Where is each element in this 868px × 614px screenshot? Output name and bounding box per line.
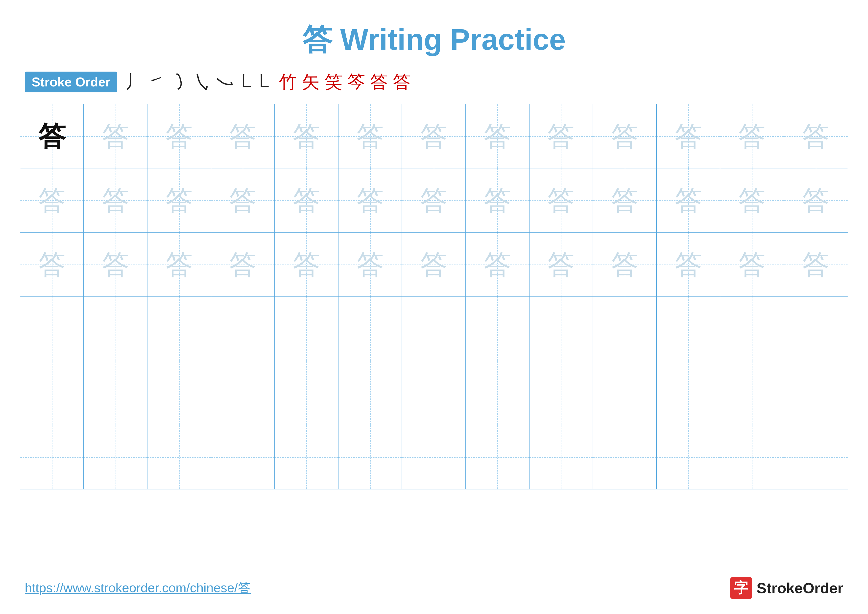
grid-cell-1-3[interactable]: 答	[147, 104, 211, 168]
grid-cell-2-9[interactable]: 答	[530, 168, 593, 232]
grid-cell-1-4[interactable]: 答	[211, 104, 275, 168]
title-area: 答 Writing Practice	[0, 0, 868, 70]
grid-cell-2-7[interactable]: 答	[402, 168, 466, 232]
grid-cell-2-13[interactable]: 答	[784, 168, 848, 232]
grid-cell-2-1[interactable]: 答	[20, 168, 84, 232]
grid-cell-1-1[interactable]: 答	[20, 104, 84, 168]
grid-row-1: 答 答 答 答 答 答 答 答 答 答 答 答 答	[20, 104, 848, 168]
stroke-7: 竹	[279, 70, 297, 94]
grid-cell-4-3[interactable]	[147, 297, 211, 361]
grid-cell-2-8[interactable]: 答	[466, 168, 530, 232]
grid-cell-4-13[interactable]	[784, 297, 848, 361]
grid-cell-6-6[interactable]	[338, 425, 402, 489]
grid-cell-3-12[interactable]: 答	[720, 233, 784, 296]
grid-cell-5-3[interactable]	[147, 361, 211, 425]
grid-cell-1-12[interactable]: 答	[720, 104, 784, 168]
stroke-order-row: Stroke Order 丿 ㇀ ㇁ ㇂ ㇃ ㇄㇄ 竹 矢 笑 笒 答 答	[0, 70, 868, 94]
stroke-4: ㇂	[193, 70, 211, 94]
footer: https://www.strokeorder.com/chinese/答 字 …	[0, 577, 868, 599]
grid-cell-3-3[interactable]: 答	[147, 233, 211, 296]
grid-cell-3-9[interactable]: 答	[530, 233, 593, 296]
footer-logo: 字 StrokeOrder	[730, 577, 843, 599]
grid-cell-1-7[interactable]: 答	[402, 104, 466, 168]
grid-cell-2-10[interactable]: 答	[593, 168, 657, 232]
stroke-2: ㇀	[147, 70, 165, 94]
grid-cell-5-7[interactable]	[402, 361, 466, 425]
grid-cell-5-9[interactable]	[530, 361, 593, 425]
grid-cell-4-5[interactable]	[275, 297, 338, 361]
grid-cell-6-1[interactable]	[20, 425, 84, 489]
grid-cell-5-2[interactable]	[84, 361, 147, 425]
stroke-3: ㇁	[170, 70, 188, 94]
stroke-5: ㇃	[216, 70, 234, 94]
stroke-8: 矢	[302, 70, 320, 94]
grid-cell-1-2[interactable]: 答	[84, 104, 147, 168]
grid-cell-3-2[interactable]: 答	[84, 233, 147, 296]
grid-cell-4-11[interactable]	[657, 297, 720, 361]
grid-cell-1-9[interactable]: 答	[530, 104, 593, 168]
grid-cell-6-7[interactable]	[402, 425, 466, 489]
grid-cell-5-13[interactable]	[784, 361, 848, 425]
grid-cell-2-6[interactable]: 答	[338, 168, 402, 232]
grid-cell-2-4[interactable]: 答	[211, 168, 275, 232]
grid-cell-3-5[interactable]: 答	[275, 233, 338, 296]
grid-cell-3-11[interactable]: 答	[657, 233, 720, 296]
grid-cell-2-5[interactable]: 答	[275, 168, 338, 232]
grid-cell-4-6[interactable]	[338, 297, 402, 361]
grid-cell-3-8[interactable]: 答	[466, 233, 530, 296]
grid-cell-5-11[interactable]	[657, 361, 720, 425]
grid-cell-1-13[interactable]: 答	[784, 104, 848, 168]
grid-cell-1-10[interactable]: 答	[593, 104, 657, 168]
grid-cell-6-10[interactable]	[593, 425, 657, 489]
stroke-1: 丿	[125, 70, 143, 94]
grid-cell-6-9[interactable]	[530, 425, 593, 489]
logo-char: 字	[734, 578, 748, 598]
grid-cell-3-7[interactable]: 答	[402, 233, 466, 296]
stroke-6: ㇄㇄	[239, 70, 274, 94]
grid-cell-6-4[interactable]	[211, 425, 275, 489]
grid-row-5	[20, 361, 848, 425]
grid-cell-1-6[interactable]: 答	[338, 104, 402, 168]
grid-cell-3-1[interactable]: 答	[20, 233, 84, 296]
grid-cell-2-11[interactable]: 答	[657, 168, 720, 232]
grid-cell-5-12[interactable]	[720, 361, 784, 425]
grid-cell-2-12[interactable]: 答	[720, 168, 784, 232]
grid-cell-2-2[interactable]: 答	[84, 168, 147, 232]
grid-cell-6-3[interactable]	[147, 425, 211, 489]
grid-cell-3-10[interactable]: 答	[593, 233, 657, 296]
grid-cell-4-8[interactable]	[466, 297, 530, 361]
grid-cell-4-12[interactable]	[720, 297, 784, 361]
grid-cell-3-13[interactable]: 答	[784, 233, 848, 296]
grid-cell-1-11[interactable]: 答	[657, 104, 720, 168]
grid-cell-1-8[interactable]: 答	[466, 104, 530, 168]
grid-cell-3-6[interactable]: 答	[338, 233, 402, 296]
logo-text: StrokeOrder	[756, 580, 843, 597]
grid-cell-4-7[interactable]	[402, 297, 466, 361]
grid-row-4	[20, 297, 848, 361]
grid-cell-6-5[interactable]	[275, 425, 338, 489]
grid-cell-6-12[interactable]	[720, 425, 784, 489]
grid-cell-3-4[interactable]: 答	[211, 233, 275, 296]
grid-cell-4-9[interactable]	[530, 297, 593, 361]
grid-cell-5-5[interactable]	[275, 361, 338, 425]
stroke-11: 答	[370, 70, 388, 94]
grid-cell-4-1[interactable]	[20, 297, 84, 361]
stroke-10: 笒	[347, 70, 365, 94]
grid-cell-4-10[interactable]	[593, 297, 657, 361]
grid-cell-5-10[interactable]	[593, 361, 657, 425]
grid-cell-5-6[interactable]	[338, 361, 402, 425]
grid-cell-5-8[interactable]	[466, 361, 530, 425]
grid-cell-1-5[interactable]: 答	[275, 104, 338, 168]
grid-cell-5-1[interactable]	[20, 361, 84, 425]
grid-cell-6-11[interactable]	[657, 425, 720, 489]
grid-cell-4-2[interactable]	[84, 297, 147, 361]
grid-cell-4-4[interactable]	[211, 297, 275, 361]
grid-cell-5-4[interactable]	[211, 361, 275, 425]
grid-cell-6-8[interactable]	[466, 425, 530, 489]
page-title: 答 Writing Practice	[302, 23, 566, 56]
grid-cell-6-2[interactable]	[84, 425, 147, 489]
grid-cell-6-13[interactable]	[784, 425, 848, 489]
grid-cell-2-3[interactable]: 答	[147, 168, 211, 232]
footer-url[interactable]: https://www.strokeorder.com/chinese/答	[25, 579, 251, 597]
grid-row-3: 答 答 答 答 答 答 答 答 答 答 答 答 答	[20, 233, 848, 297]
